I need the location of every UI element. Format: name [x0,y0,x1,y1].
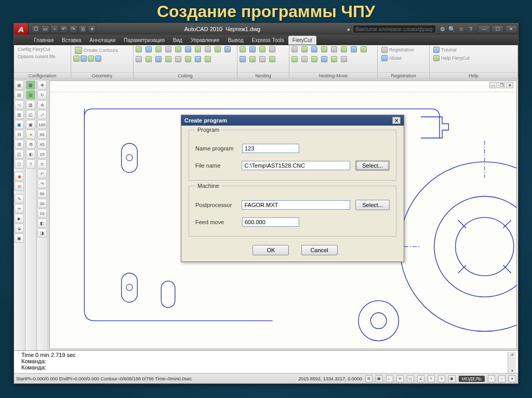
ts-icon[interactable]: ◫ [15,149,24,159]
nest-icon[interactable] [240,46,246,52]
geom-icon-1[interactable] [73,56,79,62]
infocenter-icon[interactable]: ⚙ [439,25,446,33]
ts-icon[interactable]: ↷ [37,179,47,188]
sb-dyn-icon[interactable]: + [428,375,435,382]
cut-icon[interactable] [165,46,171,52]
ts-icon[interactable]: ◨ [37,228,47,238]
nest-icon[interactable] [240,56,246,62]
ts-icon[interactable]: ◫ [26,110,35,119]
sb-osnap-icon[interactable]: ◻ [407,375,414,382]
ts-icon[interactable]: ? [26,159,35,169]
ts-icon[interactable]: ⬙ [15,224,24,233]
move-icon[interactable] [311,46,317,52]
ts-icon[interactable]: ◎ [15,182,24,191]
ts-icon[interactable]: ✂ [15,204,24,213]
nest-icon[interactable] [259,46,265,52]
sb-lwt-icon[interactable]: ≡ [438,375,445,382]
ts-icon[interactable]: ◧ [37,218,47,228]
tab-annotate[interactable]: Аннотации [85,36,119,45]
ts-icon[interactable]: ⚙ [26,140,35,149]
ts-icon[interactable]: ▣ [15,120,24,129]
move-icon[interactable] [341,56,347,62]
ok-button[interactable]: OK [252,245,289,255]
cut-icon[interactable] [145,56,152,62]
help-icon[interactable]: ? [467,25,474,33]
search-icon[interactable]: 🔍 [448,25,456,33]
cut-icon[interactable] [165,56,171,62]
geom-icon-4[interactable] [95,56,101,62]
move-icon[interactable] [301,46,308,52]
name-program-input[interactable] [242,144,299,153]
nest-icon[interactable] [269,56,275,62]
ts-icon[interactable]: ▣ [15,234,24,243]
ts-icon[interactable]: ◐ [26,149,35,159]
qat-redo-icon[interactable]: ↷ [69,25,77,33]
ts-icon[interactable]: ▥ [15,110,24,119]
ts-icon[interactable]: 90 [37,130,47,139]
geom-icon-3[interactable] [88,56,94,62]
ts-icon[interactable]: ▦ [15,80,24,90]
tab-insert[interactable]: Вставка [58,36,85,45]
qat-print-icon[interactable]: ⎙ [78,25,87,33]
app-logo[interactable]: A [14,23,29,35]
move-icon[interactable] [321,46,327,52]
ts-icon[interactable]: ∿ [15,100,24,109]
move-icon[interactable] [321,56,327,62]
ts-icon[interactable]: ▢ [15,159,24,169]
btn-about[interactable]: About [380,54,403,62]
file-select-button[interactable]: Select... [355,160,390,171]
sb-more2-icon[interactable]: ▫ [498,375,506,382]
tab-manage[interactable]: Управление [187,36,224,45]
cut-icon[interactable] [155,46,162,52]
ts-icon[interactable]: ★ [26,130,35,139]
dialog-close-button[interactable]: ✕ [392,117,401,124]
cut-icon[interactable] [155,56,162,62]
qat-new-icon[interactable]: ☐ [32,25,40,33]
move-icon[interactable] [341,46,347,52]
move-icon[interactable] [291,56,298,62]
tab-fierycut[interactable]: FieryCut [288,36,316,45]
ts-icon[interactable]: ▣ [26,120,35,129]
postprocessor-select-button[interactable]: Select... [355,200,390,210]
ts-icon[interactable]: 45 [37,140,47,149]
tab-parametric[interactable]: Параметризация [119,36,169,45]
sb-grid-icon[interactable]: ▦ [376,375,383,382]
ts-icon[interactable]: ⤢ [37,110,47,119]
ts-icon[interactable]: ◉ [15,172,24,181]
title-search-arrow[interactable]: ▸ [345,25,353,33]
ts-icon[interactable]: 15 [37,149,47,159]
btn-options-file[interactable]: Options curent file [16,53,57,60]
qat-save-icon[interactable]: ▫ [50,25,59,33]
qat-open-icon[interactable]: ▭ [41,25,49,33]
tab-output[interactable]: Вывод [224,36,248,45]
file-name-input[interactable] [242,161,350,170]
comm-icon[interactable]: ☆ [458,25,465,33]
ts-icon[interactable]: 5 [37,159,47,169]
cut-icon[interactable] [205,56,211,62]
keyword-search-input[interactable] [353,25,436,33]
nest-icon[interactable] [259,56,265,62]
move-icon[interactable] [301,56,308,62]
cmd-scrollbar[interactable]: ▴▾ [508,352,516,373]
sb-ortho-icon[interactable]: ∟ [386,375,393,382]
ts-icon[interactable]: ⊟ [15,130,24,139]
ts-icon[interactable]: ▦ [26,80,35,90]
cut-icon[interactable] [136,46,142,52]
cut-icon[interactable] [224,46,231,52]
ts-icon[interactable]: ✥ [37,80,47,90]
ts-icon[interactable]: ↻ [37,90,47,100]
cmd-grip-icon[interactable]: ⋮⋮ [16,352,21,373]
sb-qp-icon[interactable]: ▣ [448,375,456,382]
btn-tutorial[interactable]: Tutorial [432,46,458,53]
cut-icon[interactable] [145,46,152,52]
btn-create-contours[interactable]: Create Contours [73,46,119,54]
move-icon[interactable] [331,56,337,62]
close-button[interactable]: ✕ [505,25,517,33]
move-icon[interactable] [351,46,357,52]
command-window[interactable]: ⋮⋮ Time 0 min 2.719 sec Команда: Команда… [14,350,518,373]
sb-more3-icon[interactable]: ▾ [509,375,516,382]
move-icon[interactable] [291,46,298,52]
sb-polar-icon[interactable]: ✳ [396,375,404,382]
qat-undo-icon[interactable]: ↶ [60,25,68,33]
qat-more-icon[interactable]: ▾ [88,25,96,33]
